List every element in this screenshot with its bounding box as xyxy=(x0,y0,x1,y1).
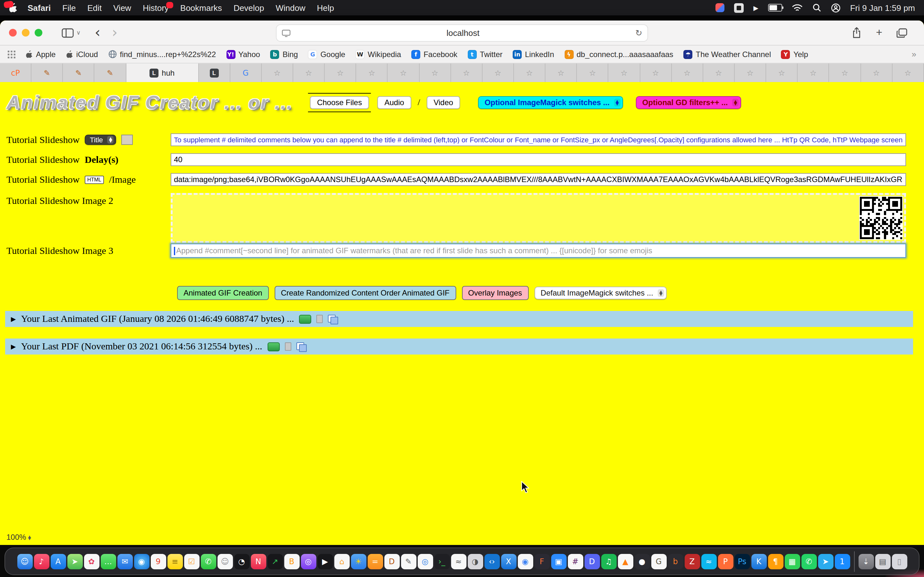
tab[interactable]: ☆ xyxy=(293,63,325,82)
zoom-window-button[interactable] xyxy=(35,29,42,37)
dock-separator[interactable] xyxy=(854,551,855,572)
copy-icon[interactable] xyxy=(296,342,306,351)
new-tab-button[interactable]: + xyxy=(876,26,882,39)
image3-input[interactable]: Append #comment[~second line] for animat… xyxy=(171,243,906,258)
favorite-item[interactable]: find_minus....rep+%22s%22 xyxy=(108,50,216,59)
preview-thumbnail-icon[interactable] xyxy=(299,314,311,324)
menu-item[interactable]: Edit xyxy=(87,3,102,13)
tab[interactable]: ✎ xyxy=(31,63,63,82)
favorite-item[interactable]: ☂ The Weather Channel xyxy=(684,50,771,59)
dock-zoom[interactable]: ▣ xyxy=(551,554,566,569)
dock-keynote[interactable]: K xyxy=(751,554,766,569)
dock-whatsapp[interactable]: ✆ xyxy=(801,554,817,569)
dock-spotify[interactable]: ♫ xyxy=(601,554,616,569)
dock-vscode[interactable]: ‹› xyxy=(484,554,499,569)
menu-item[interactable]: View xyxy=(113,3,131,13)
menu-item[interactable]: Bookmarks xyxy=(180,3,222,13)
battery-icon[interactable] xyxy=(768,4,782,11)
preview-thumbnail-icon[interactable] xyxy=(267,342,279,351)
dock-preview[interactable]: ◎ xyxy=(417,554,433,569)
tab[interactable]: ☆ xyxy=(892,63,924,82)
page-settings-icon[interactable] xyxy=(282,29,291,37)
tab[interactable]: L huh xyxy=(126,63,199,82)
dock-clock[interactable]: ◔ xyxy=(234,554,249,569)
tab[interactable]: ☆ xyxy=(640,63,672,82)
tab[interactable]: L xyxy=(199,63,230,82)
dock-xcode[interactable]: X xyxy=(501,554,516,569)
zoom-stepper-icon[interactable]: ▲▼ xyxy=(28,535,31,539)
tab[interactable]: ✎ xyxy=(95,63,126,82)
dock-external-drive[interactable]: ▤ xyxy=(875,554,890,569)
forward-button[interactable]: › xyxy=(112,26,118,40)
favorite-item[interactable]: t Twitter xyxy=(468,50,503,59)
tab[interactable]: cP xyxy=(0,63,31,82)
playback-icon[interactable]: ▶ xyxy=(753,4,758,11)
menu-item[interactable]: History xyxy=(143,3,169,13)
dock-calendar[interactable]: 9 xyxy=(150,554,166,569)
tab[interactable]: ☆ xyxy=(514,63,545,82)
menu-bar-clock[interactable]: Fri 9 Jan 1:59 pm xyxy=(850,3,915,13)
sidebar-chevron-icon[interactable]: ∨ xyxy=(76,29,81,36)
dock-numbers[interactable]: ▦ xyxy=(784,554,800,569)
dock-trash[interactable]: ▯ xyxy=(892,554,907,569)
dock-downloads[interactable]: ⇣ xyxy=(858,554,874,569)
dock-blender[interactable]: b xyxy=(668,554,683,569)
dock-photoshop[interactable]: Ps xyxy=(734,554,750,569)
audio-button[interactable]: Audio xyxy=(377,96,411,109)
dock-obs[interactable]: ● xyxy=(634,554,650,569)
tab[interactable]: ☆ xyxy=(766,63,798,82)
menu-item[interactable]: Safari xyxy=(27,3,51,13)
tab[interactable]: ☆ xyxy=(388,63,419,82)
title-mode-select[interactable]: Title ▲▼ xyxy=(85,135,116,145)
dock-1password[interactable]: 1 xyxy=(835,554,850,569)
imagemagick-switches-select[interactable]: Optional ImageMagick switches ... ▲▼ xyxy=(478,96,623,109)
tab[interactable]: ☆ xyxy=(419,63,451,82)
tab[interactable]: ☆ xyxy=(357,63,388,82)
dock-terminal[interactable]: ›_ xyxy=(434,554,449,569)
tab[interactable]: ☆ xyxy=(861,63,892,82)
dock-podcasts[interactable]: ◎ xyxy=(300,554,316,569)
default-imagemagick-select[interactable]: Default ImageMagick switches ... ▲▼ xyxy=(534,287,667,300)
tab[interactable]: ☆ xyxy=(829,63,861,82)
tab[interactable]: ✎ xyxy=(63,63,95,82)
dock-docker[interactable]: ≈ xyxy=(701,554,716,569)
dock-home[interactable]: ⌂ xyxy=(334,554,349,569)
user-switch-icon[interactable] xyxy=(831,3,841,13)
dock-mail[interactable]: ✉ xyxy=(117,554,132,569)
dock-weather[interactable]: ☀ xyxy=(351,554,366,569)
dock-slack[interactable]: # xyxy=(567,554,583,569)
choose-files-button[interactable]: Choose Files xyxy=(310,96,369,109)
video-button[interactable]: Video xyxy=(426,96,460,109)
tab[interactable]: ☆ xyxy=(577,63,609,82)
dock-facetime[interactable]: ✆ xyxy=(200,554,216,569)
dock-tv[interactable]: ▶ xyxy=(317,554,333,569)
colour-well[interactable] xyxy=(121,135,133,145)
dock-telegram[interactable]: ➤ xyxy=(818,554,833,569)
result-banner[interactable]: ▶ Your Last Animated GIF (January 08 202… xyxy=(5,311,913,327)
dock-appstore[interactable]: A xyxy=(50,554,66,569)
image2-dropzone[interactable] xyxy=(171,193,906,243)
tab[interactable]: ☆ xyxy=(262,63,293,82)
dock-dictionary[interactable]: D xyxy=(384,554,399,569)
favorite-item[interactable]: Apple xyxy=(26,50,55,59)
dock-photos[interactable]: ✿ xyxy=(84,554,99,569)
input-source-icon[interactable] xyxy=(734,3,744,13)
dock-vlc[interactable]: ▲ xyxy=(618,554,633,569)
dock-safari[interactable]: ◉ xyxy=(134,554,149,569)
menu-item[interactable]: Help xyxy=(317,3,334,13)
tab-overview-icon[interactable] xyxy=(897,28,907,37)
result-banner[interactable]: ▶ Your Last PDF (November 03 2021 06:14:… xyxy=(5,338,913,355)
minimize-window-button[interactable] xyxy=(22,29,29,37)
favorite-item[interactable]: in LinkedIn xyxy=(513,50,554,59)
dock-finder[interactable]: ☺ xyxy=(17,554,32,569)
tab[interactable]: ☆ xyxy=(703,63,735,82)
tab[interactable]: ☆ xyxy=(735,63,766,82)
dock-news[interactable]: N xyxy=(250,554,266,569)
dock-maps[interactable]: ➤ xyxy=(67,554,82,569)
tab[interactable]: ☆ xyxy=(483,63,514,82)
reload-icon[interactable]: ↻ xyxy=(635,28,642,38)
dock-filezilla[interactable]: Z xyxy=(684,554,700,569)
favorites-grid-icon[interactable] xyxy=(8,50,15,58)
delay-input[interactable] xyxy=(171,153,906,166)
title-config-input[interactable] xyxy=(171,133,906,146)
